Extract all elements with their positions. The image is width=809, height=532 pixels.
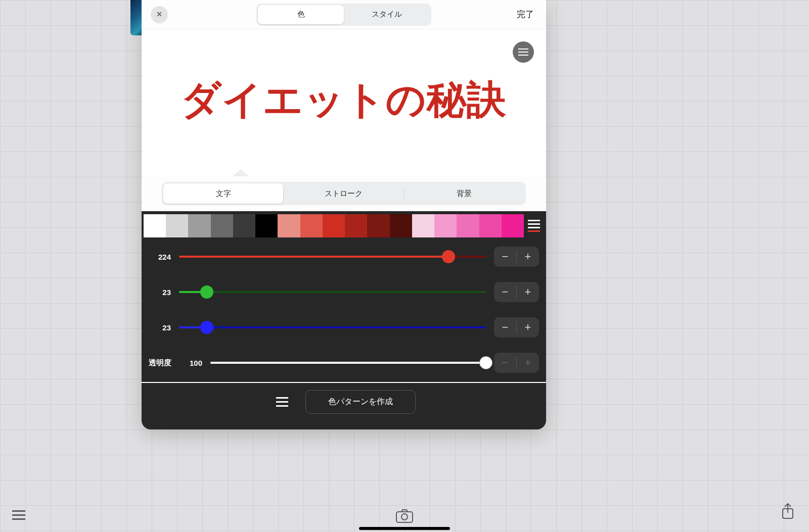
green-thumb[interactable]	[200, 285, 213, 299]
opacity-thumb[interactable]	[479, 356, 492, 369]
blue-stepper: −+	[494, 317, 539, 337]
color-style-panel: × 色 スタイル 完了 ダイエットの秘訣 文字 ストローク 背景	[142, 0, 546, 429]
swatch[interactable]	[502, 214, 524, 237]
green-plus[interactable]: +	[517, 282, 539, 302]
blue-plus[interactable]: +	[517, 317, 539, 337]
slider-red: 224 −+	[149, 247, 539, 267]
camera-icon[interactable]	[396, 509, 413, 525]
slider-blue: 23 −+	[149, 317, 539, 337]
text-preview: ダイエットの秘訣	[142, 29, 546, 176]
list-icon	[528, 220, 540, 221]
opacity-track[interactable]	[210, 357, 486, 369]
opacity-stepper: −+	[494, 353, 539, 373]
close-button[interactable]: ×	[151, 6, 168, 23]
target-segmented-wrap: 文字 ストローク 背景	[142, 176, 546, 211]
hamburger-icon	[276, 397, 288, 399]
red-stepper: −+	[494, 247, 539, 267]
red-minus[interactable]: −	[494, 247, 516, 267]
green-stepper: −+	[494, 282, 539, 302]
green-track-bg	[179, 291, 486, 293]
list-icon	[528, 223, 540, 225]
header-segmented-control: 色 スタイル	[256, 4, 431, 26]
swatch[interactable]	[479, 214, 502, 237]
hamburger-icon	[12, 518, 25, 520]
opacity-label: 透明度	[149, 358, 177, 368]
footer-menu-button[interactable]	[272, 392, 292, 412]
swatch-row	[142, 211, 546, 237]
rgb-sliders: 224 −+ 23 −+	[142, 237, 546, 378]
opacity-track-bg	[210, 362, 486, 364]
swatch[interactable]	[457, 214, 479, 237]
swatch[interactable]	[211, 214, 233, 237]
target-text[interactable]: 文字	[163, 183, 283, 204]
done-button[interactable]: 完了	[517, 9, 534, 20]
hamburger-icon	[276, 405, 288, 407]
blue-value: 23	[149, 323, 171, 332]
slider-opacity: 透明度 100 −+	[149, 353, 539, 373]
slider-green: 23 −+	[149, 282, 539, 302]
close-icon: ×	[157, 9, 162, 20]
swatch[interactable]	[367, 214, 389, 237]
swatch[interactable]	[255, 214, 278, 237]
hamburger-icon	[276, 401, 288, 403]
swatch[interactable]	[412, 214, 434, 237]
green-minus[interactable]: −	[494, 282, 516, 302]
create-palette-button[interactable]: 色パターンを作成	[305, 390, 416, 414]
hamburger-icon	[12, 510, 25, 512]
opacity-minus[interactable]: −	[494, 353, 516, 373]
preview-options-button[interactable]	[513, 41, 534, 63]
selection-notch	[233, 169, 249, 176]
hamburger-icon	[518, 52, 528, 53]
red-value: 224	[149, 253, 171, 261]
tab-style-label: スタイル	[372, 10, 402, 19]
swatch[interactable]	[144, 214, 166, 237]
swatch[interactable]	[300, 214, 323, 237]
swatch[interactable]	[166, 214, 188, 237]
swatch-strip	[144, 214, 524, 237]
editor-footer: 色パターンを作成	[142, 383, 546, 420]
red-track-fill	[179, 256, 448, 258]
swatch[interactable]	[434, 214, 457, 237]
system-menu-button[interactable]	[12, 510, 25, 520]
red-track[interactable]	[179, 251, 486, 263]
target-text-label: 文字	[216, 189, 231, 199]
preview-text: ダイエットの秘訣	[181, 74, 507, 127]
share-button[interactable]	[781, 503, 795, 522]
panel-header: × 色 スタイル 完了	[142, 0, 546, 29]
target-background-label: 背景	[457, 189, 472, 199]
tab-color[interactable]: 色	[258, 5, 344, 24]
swatch[interactable]	[188, 214, 210, 237]
green-value: 23	[149, 288, 171, 297]
swatch[interactable]	[390, 214, 412, 237]
target-segmented-control: 文字 ストローク 背景	[162, 182, 526, 205]
list-icon	[528, 227, 540, 228]
swatch[interactable]	[323, 214, 345, 237]
swatch-list-button[interactable]	[524, 214, 544, 237]
blue-thumb[interactable]	[200, 321, 213, 334]
opacity-plus: +	[517, 353, 539, 373]
hamburger-icon	[12, 514, 25, 516]
list-icon-accent	[528, 230, 540, 232]
color-editor: 224 −+ 23 −+	[142, 211, 546, 429]
opacity-value: 100	[185, 359, 202, 367]
home-indicator[interactable]	[359, 527, 450, 530]
tab-style[interactable]: スタイル	[344, 5, 430, 24]
target-background[interactable]: 背景	[404, 183, 524, 204]
blue-track-bg	[179, 326, 486, 328]
target-stroke[interactable]: ストローク	[284, 183, 403, 204]
green-track[interactable]	[179, 286, 486, 298]
target-stroke-label: ストローク	[325, 189, 363, 199]
swatch[interactable]	[233, 214, 255, 237]
blue-minus[interactable]: −	[494, 317, 516, 337]
swatch[interactable]	[278, 214, 300, 237]
red-thumb[interactable]	[442, 250, 455, 263]
blue-track[interactable]	[179, 321, 486, 333]
red-plus[interactable]: +	[517, 247, 539, 267]
swatch[interactable]	[345, 214, 367, 237]
tab-color-label: 色	[297, 10, 305, 19]
svg-point-1	[401, 514, 408, 520]
